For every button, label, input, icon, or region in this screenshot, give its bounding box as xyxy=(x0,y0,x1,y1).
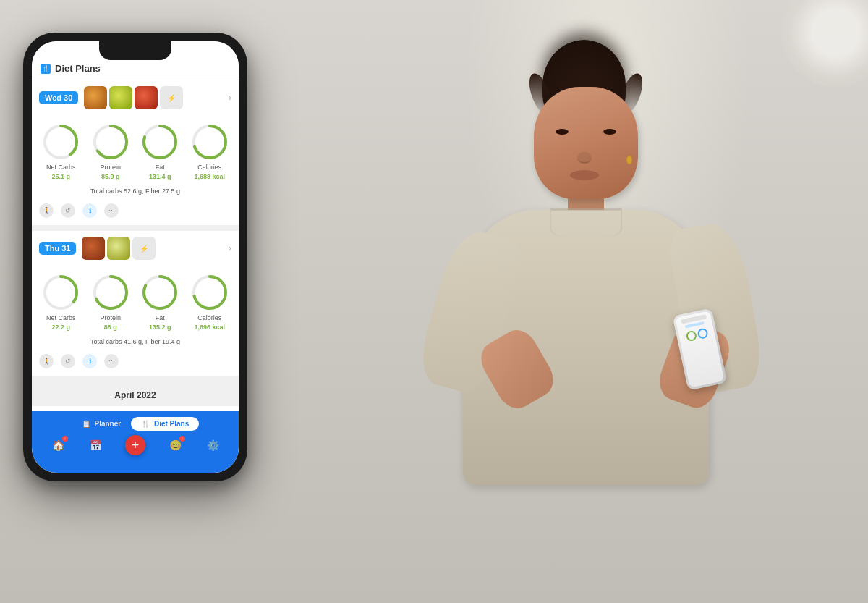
thu31-fat-ring xyxy=(140,273,179,312)
wed30-protein: Protein 85.9 g xyxy=(91,122,130,180)
thu31-thumbnails: ⚡ xyxy=(82,237,223,260)
tab-switcher: 📋 Planner 🍴 Diet Plans xyxy=(32,411,239,434)
wed30-protein-ring xyxy=(91,122,130,161)
settings-icon: ⚙️ xyxy=(205,437,221,453)
thu31-thumb-2 xyxy=(107,237,130,260)
share-icon: ⋯ xyxy=(104,203,119,218)
wed30-totals: Total carbs 52.6 g, Fiber 27.5 g xyxy=(32,185,239,201)
meal-thumb-1 xyxy=(84,86,107,109)
activity-badge: ! xyxy=(179,436,185,442)
wed30-protein-value: 85.9 g xyxy=(101,173,120,180)
wed30-thumbnails: ⚡ xyxy=(84,86,223,109)
planner-tab-icon: 📋 xyxy=(82,420,90,428)
nose xyxy=(577,152,592,164)
home-badge: ! xyxy=(62,436,68,442)
thu31-calories: Calories 1,696 kcal xyxy=(190,273,229,331)
thu31-section: Thu 31 ⚡ › xyxy=(32,231,239,376)
wed30-fat: Fat 131.4 g xyxy=(140,122,179,180)
notch xyxy=(99,41,171,60)
wed30-fat-value: 131.4 g xyxy=(149,173,171,180)
collar xyxy=(550,208,622,237)
thu31-netcarbs-label: Net Carbs xyxy=(46,314,76,321)
planner-tab[interactable]: 📋 Planner xyxy=(72,417,131,431)
thu31-netcarbs-ring xyxy=(41,273,80,312)
calendar-icon: 📅 xyxy=(88,437,103,453)
bottom-nav: 🏠 ! 📅 + 😊 ! xyxy=(32,434,239,461)
wed30-section: Wed 30 ⚡ › xyxy=(32,80,239,225)
wed30-header[interactable]: Wed 30 ⚡ › xyxy=(32,80,239,115)
meal-thumb-3 xyxy=(135,86,158,109)
wed30-chevron: › xyxy=(229,93,231,103)
nav-calendar[interactable]: 📅 xyxy=(88,437,103,453)
phone-device: 🍴 Diet Plans Wed 30 ⚡ › xyxy=(23,33,247,481)
home-icon: 🏠 ! xyxy=(50,437,66,453)
nav-activity[interactable]: 😊 ! xyxy=(167,437,183,453)
nav-settings[interactable]: ⚙️ xyxy=(205,437,221,453)
thu31-actions: 🚶 ↺ ℹ ⋯ xyxy=(32,351,239,376)
wed30-actions: 🚶 ↺ ℹ ⋯ xyxy=(32,201,239,225)
thu31-protein-label: Protein xyxy=(100,314,121,321)
thu31-macros: Net Carbs 22.2 g Protein 88 g xyxy=(32,266,239,335)
phone-screen: 🍴 Diet Plans Wed 30 ⚡ › xyxy=(32,41,239,473)
thu31-thumb-1 xyxy=(82,237,105,260)
nav-home[interactable]: 🏠 ! xyxy=(50,437,66,453)
planner-tab-label: Planner xyxy=(94,420,121,428)
thu31-netcarbs-value: 22.2 g xyxy=(51,324,70,331)
sync-icon: ↺ xyxy=(61,203,75,218)
thu31-badge: Thu 31 xyxy=(39,242,76,255)
add-button[interactable]: + xyxy=(125,435,145,455)
thu31-calories-label: Calories xyxy=(197,314,221,321)
wed30-netcarbs-value: 25.1 g xyxy=(51,173,70,180)
wed30-macros: Net Carbs 25.1 g Protein xyxy=(32,115,239,185)
diet-plans-tab-icon: 🍴 xyxy=(141,420,150,428)
app-icon: 🍴 xyxy=(41,64,51,74)
thu31-fat-value: 135.2 g xyxy=(149,324,171,331)
wed30-fat-label: Fat xyxy=(156,164,165,171)
thu31-thumb-3: ⚡ xyxy=(132,237,156,260)
walk-icon: 🚶 xyxy=(39,203,54,218)
thu31-calories-ring xyxy=(190,273,229,312)
wed30-netcarbs-ring xyxy=(41,122,80,161)
nav-add[interactable]: + xyxy=(125,435,145,455)
phone-wrapper: 🍴 Diet Plans Wed 30 ⚡ › xyxy=(23,33,247,481)
thu31-fat-label: Fat xyxy=(156,314,165,321)
thu31-walk-icon: 🚶 xyxy=(39,354,54,368)
activity-icon: 😊 ! xyxy=(167,437,183,453)
head xyxy=(534,87,638,199)
month-divider: April 2022 xyxy=(32,381,239,406)
diet-plans-tab[interactable]: 🍴 Diet Plans xyxy=(131,417,199,431)
wed30-fat-ring xyxy=(140,122,179,161)
thu31-netcarbs: Net Carbs 22.2 g xyxy=(41,273,80,331)
meal-thumb-2 xyxy=(109,86,132,109)
thu31-share-icon: ⋯ xyxy=(104,354,119,368)
wed30-badge: Wed 30 xyxy=(39,91,78,104)
wed30-calories-value: 1,688 kcal xyxy=(194,173,225,180)
mouth xyxy=(570,170,599,180)
thu31-chevron: › xyxy=(229,243,231,253)
meal-thumb-4: ⚡ xyxy=(160,86,183,109)
info-icon: ℹ xyxy=(82,203,97,218)
wed30-netcarbs: Net Carbs 25.1 g xyxy=(41,122,80,180)
wed30-protein-label: Protein xyxy=(100,164,121,171)
right-eye xyxy=(603,129,616,135)
thu31-protein: Protein 88 g xyxy=(91,273,130,331)
wed30-calories-ring xyxy=(190,122,229,161)
thu31-calories-value: 1,696 kcal xyxy=(194,324,225,331)
person-figure xyxy=(376,29,796,594)
thu31-sync-icon: ↺ xyxy=(61,354,75,368)
wed30-calories-label: Calories xyxy=(197,164,221,171)
thu31-totals: Total carbs 41.6 g, Fiber 19.4 g xyxy=(32,335,239,351)
left-eye xyxy=(556,129,569,135)
tab-bar: 📋 Planner 🍴 Diet Plans 🏠 ! xyxy=(32,411,239,473)
wed30-calories: Calories 1,688 kcal xyxy=(190,122,229,180)
thu31-info-icon: ℹ xyxy=(82,354,97,368)
thu31-protein-value: 88 g xyxy=(104,324,117,331)
thu31-header[interactable]: Thu 31 ⚡ › xyxy=(32,231,239,266)
app-title: Diet Plans xyxy=(55,63,230,74)
thu31-fat: Fat 135.2 g xyxy=(140,273,179,331)
earring xyxy=(626,156,632,164)
wed30-netcarbs-label: Net Carbs xyxy=(46,164,76,171)
app-content[interactable]: Wed 30 ⚡ › xyxy=(32,80,239,450)
diet-plans-tab-label: Diet Plans xyxy=(154,420,189,428)
thu31-protein-ring xyxy=(91,273,130,312)
